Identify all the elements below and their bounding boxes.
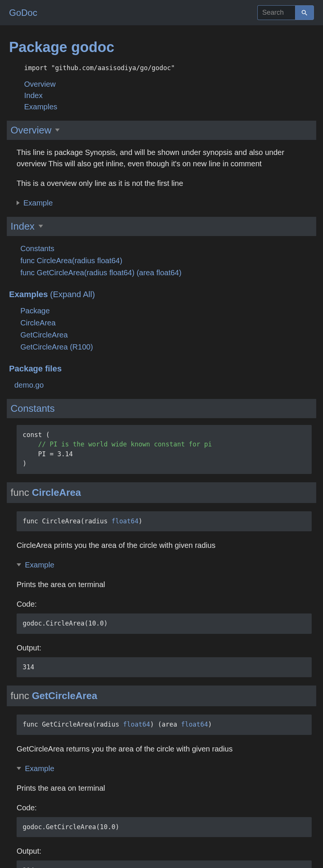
func-circlearea-sig: func CircleArea(radius float64) [17,511,312,532]
func-prefix: func [11,487,32,498]
index-circlearea-link[interactable]: func CircleArea(radius float64) [20,256,122,265]
chevron-down-icon [38,225,43,228]
circlearea-example-toggle[interactable]: Example [17,559,314,570]
func-prefix: func [11,690,32,701]
circlearea-output-label: Output: [17,642,314,653]
overview-heading-text: Overview [11,123,51,138]
index-heading[interactable]: Index [7,217,316,236]
func-circlearea-heading: func CircleArea [7,482,316,503]
overview-heading[interactable]: Overview [7,121,316,140]
circlearea-example-output: 314 [17,657,312,678]
index-constants-link[interactable]: Constants [20,244,54,253]
constants-heading: Constants [7,399,316,418]
overview-synopsis: This line is package Synopsis, and will … [17,147,312,169]
chevron-right-icon [17,201,20,205]
circlearea-example-desc: Prints the area on terminal [17,579,314,590]
constants-code: const ( // PI is the world wide known co… [17,425,312,474]
example-getcirclearea-link[interactable]: GetCircleArea [20,331,68,339]
package-files-heading: Package files [9,362,314,375]
overview-example-label: Example [23,197,53,209]
toc: Overview Index Examples [24,78,314,112]
chevron-down-icon [55,129,60,132]
page-content: Package godoc import "github.com/aasisod… [0,25,323,868]
circlearea-code-label: Code: [17,598,314,610]
package-title: Package godoc [9,37,314,58]
getcirclearea-ex1-output: 314 [17,860,312,868]
getcirclearea-ex1-code-label: Code: [17,802,314,813]
index-getcirclearea-link[interactable]: func GetCircleArea(radius float64) (area… [20,268,181,277]
overview-body: This line is package Synopsis, and will … [17,147,312,209]
circlearea-example-code: godoc.CircleArea(10.0) [17,613,312,634]
example-getcirclearea-r100-link[interactable]: GetCircleArea (R100) [20,343,93,351]
search-input[interactable] [257,5,295,20]
func-getcirclearea-sig: func GetCircleArea(radius float64) (area… [17,715,312,735]
search-form [257,5,314,20]
examples-heading-text: Examples [9,290,48,299]
func-getcirclearea-heading: func GetCircleArea [7,686,316,706]
chevron-down-icon [17,767,21,770]
constants-heading-text: Constants [11,401,55,416]
examples-heading: Examples (Expand All) [9,288,314,301]
circlearea-example-label: Example [25,559,54,570]
top-bar: GoDoc [0,0,323,25]
toc-index-link[interactable]: Index [24,91,43,100]
toc-overview-link[interactable]: Overview [24,80,55,88]
getcirclearea-example-label: Example [25,763,54,774]
example-package-link[interactable]: Package [20,307,50,315]
brand-link[interactable]: GoDoc [9,6,37,20]
overview-example-toggle[interactable]: Example [17,197,312,209]
index-heading-text: Index [11,219,35,234]
getcirclearea-ex1-desc: Prints the area on terminal [17,782,314,794]
files-list: demo.go [14,379,314,391]
func-getcirclearea-name[interactable]: GetCircleArea [32,690,97,701]
func-circlearea-name[interactable]: CircleArea [32,487,81,498]
import-statement: import "github.com/aasisodiya/go/godoc" [24,63,314,73]
getcirclearea-ex1-output-label: Output: [17,845,314,857]
overview-line2: This is a overview only line as it is no… [17,178,312,189]
getcirclearea-example-toggle[interactable]: Example [17,763,314,774]
example-circlearea-link[interactable]: CircleArea [20,319,55,327]
index-list: Constants func CircleArea(radius float64… [20,243,314,278]
toc-examples-link[interactable]: Examples [24,103,57,111]
func-getcirclearea-desc: GetCircleArea returns you the area of th… [17,743,314,755]
search-button[interactable] [295,5,314,20]
func-circlearea-desc: CircleArea prints you the area of the ci… [17,540,314,551]
getcirclearea-ex1-code: godoc.GetCircleArea(10.0) [17,817,312,837]
expand-all-link[interactable]: (Expand All) [50,290,95,299]
chevron-down-icon [17,563,21,566]
file-demo-link[interactable]: demo.go [14,381,44,389]
search-icon [301,9,308,17]
examples-list: Package CircleArea GetCircleArea GetCirc… [20,305,314,353]
